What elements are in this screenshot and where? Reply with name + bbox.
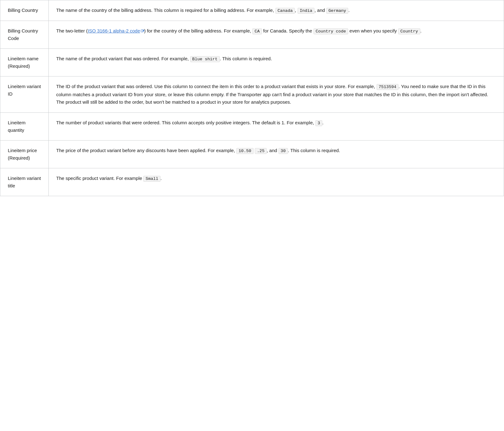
inline-code: .25 <box>255 148 267 154</box>
row-description-cell: The specific product variant. For exampl… <box>49 168 504 196</box>
row-name-cell: Billing Country <box>0 0 49 21</box>
table-row: Lineitem price (Required)The price of th… <box>0 141 504 168</box>
row-name-cell: Lineitem price (Required) <box>0 141 49 168</box>
row-description-cell: The name of the country of the billing a… <box>49 0 504 21</box>
row-description-cell: The price of the product variant before … <box>49 141 504 168</box>
table-row: Billing CountryThe name of the country o… <box>0 0 504 21</box>
row-description-cell: The number of product variants that were… <box>49 113 504 141</box>
row-name-cell: Lineitem variant ID <box>0 77 49 113</box>
inline-code: 7513594 <box>377 84 399 90</box>
inline-code: 3 <box>315 120 322 126</box>
inline-code: 10.50 <box>236 148 254 154</box>
inline-code: Small <box>143 176 161 182</box>
row-description-cell: The name of the product variant that was… <box>49 49 504 77</box>
table-row: Lineitem variant titleThe specific produ… <box>0 168 504 196</box>
inline-code: Germany <box>326 8 348 14</box>
inline-code: Country code <box>314 28 348 34</box>
reference-link[interactable]: ISO 3166-1 alpha-2 code <box>88 28 144 33</box>
inline-code: India <box>298 8 315 14</box>
inline-code: 30 <box>279 148 288 154</box>
table-row: Lineitem variant IDThe ID of the product… <box>0 77 504 113</box>
row-name-cell: Lineitem quantity <box>0 113 49 141</box>
external-link-icon <box>140 28 144 33</box>
row-name-cell: Lineitem name (Required) <box>0 49 49 77</box>
inline-code: Blue shirt <box>190 56 220 62</box>
row-description-cell: The two-letter (ISO 3166-1 alpha-2 code … <box>49 21 504 49</box>
row-name-cell: Lineitem variant title <box>0 168 49 196</box>
reference-table: Billing CountryThe name of the country o… <box>0 0 504 196</box>
table-row: Lineitem quantityThe number of product v… <box>0 113 504 141</box>
inline-code: Country <box>398 28 420 34</box>
row-description-cell: The ID of the product variant that was o… <box>49 77 504 113</box>
row-name-cell: Billing Country Code <box>0 21 49 49</box>
inline-code: Canada <box>275 8 295 14</box>
inline-code: CA <box>252 28 262 34</box>
table-row: Lineitem name (Required)The name of the … <box>0 49 504 77</box>
table-row: Billing Country CodeThe two-letter (ISO … <box>0 21 504 49</box>
